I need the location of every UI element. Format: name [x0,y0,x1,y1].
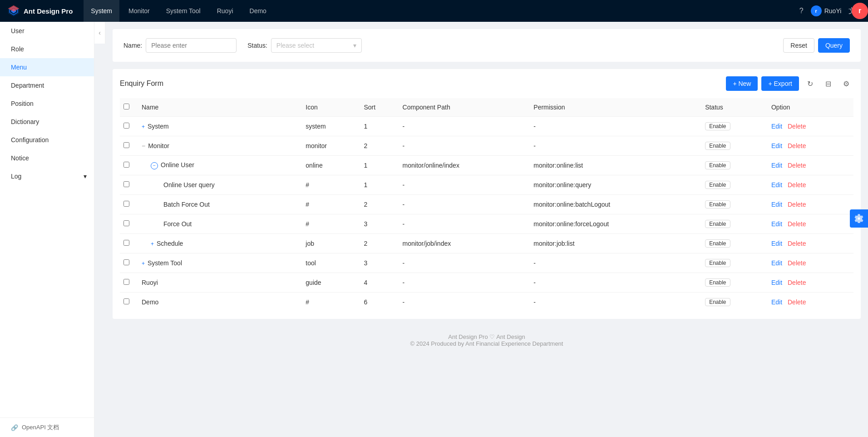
td-name: −Online User [138,156,302,175]
row-checkbox[interactable] [123,240,129,246]
status-select-value: Please select [276,42,314,49]
logo[interactable]: Ant Design Pro [7,5,73,17]
select-all-checkbox[interactable] [123,104,129,109]
td-status: Enable [701,214,768,234]
td-status: Enable [701,117,768,136]
td-name: Ruoyi [138,273,302,293]
edit-link[interactable]: Edit [771,123,782,130]
column-settings-icon[interactable]: ⊟ [821,76,835,91]
delete-link[interactable]: Delete [788,162,806,169]
delete-link[interactable]: Delete [788,142,806,149]
collapse-icon[interactable]: − [142,142,145,149]
expand-icon[interactable]: + [142,124,145,130]
td-icon: guide [302,273,360,293]
name-input[interactable] [146,38,237,53]
td-option: Edit Delete [768,156,853,175]
gear-icon[interactable]: ⚙ [839,76,853,91]
topnav-ruoyi[interactable]: Ruoyi [210,0,241,22]
delete-link[interactable]: Delete [788,298,806,306]
row-checkbox[interactable] [123,220,129,226]
topnav-demo[interactable]: Demo [242,0,274,22]
row-checkbox[interactable] [123,279,129,285]
td-sort: 4 [360,273,399,293]
edit-link[interactable]: Edit [771,240,782,247]
footer: Ant Design Pro ♡ Ant Design © 2024 Produ… [113,326,861,354]
row-checkbox[interactable] [123,142,129,148]
status-badge: Enable [705,259,730,267]
user-menu[interactable]: r RuoYi [811,5,842,16]
expand-icon[interactable]: + [151,241,154,247]
status-select[interactable]: Please select ▾ [271,38,362,53]
sidebar-user-label: User [11,27,25,35]
status-label: Status: [247,42,267,49]
delete-link[interactable]: Delete [788,123,806,130]
sidebar-item-configuration[interactable]: Configuration [0,131,94,149]
delete-link[interactable]: Delete [788,201,806,208]
query-button[interactable]: Query [818,38,850,53]
topnav-monitor[interactable]: Monitor [121,0,157,22]
td-permission: - [530,293,701,312]
menu-table: Name Icon Sort Component Path Permission… [120,98,853,312]
td-permission: - [530,253,701,273]
delete-link[interactable]: Delete [788,220,806,228]
td-status: Enable [701,293,768,312]
td-icon: # [302,175,360,195]
refresh-icon[interactable]: ↻ [803,76,817,91]
row-checkbox[interactable] [123,298,129,304]
td-icon: # [302,195,360,214]
td-permission: - [530,273,701,293]
sidebar-item-log[interactable]: Log ▾ [0,167,94,185]
td-sort: 3 [360,253,399,273]
settings-float-button[interactable] [850,209,868,228]
export-button[interactable]: + Export [761,76,799,91]
reset-button[interactable]: Reset [783,38,814,53]
td-icon: online [302,156,360,175]
edit-link[interactable]: Edit [771,142,782,149]
td-option: Edit Delete [768,234,853,253]
table-row: −Monitor monitor 2 - - Enable Edit Delet… [120,136,853,156]
status-badge: Enable [705,142,730,150]
openapi-label: OpenAPI 文档 [22,423,59,432]
sidebar-item-user[interactable]: User [0,22,94,40]
edit-link[interactable]: Edit [771,298,782,306]
topnav-system[interactable]: System [84,0,119,22]
search-actions: Reset Query [783,38,850,53]
edit-link[interactable]: Edit [771,162,782,169]
delete-link[interactable]: Delete [788,259,806,267]
row-checkbox[interactable] [123,123,129,129]
th-component-path: Component Path [399,98,530,117]
delete-link[interactable]: Delete [788,279,806,286]
sidebar-item-notice[interactable]: Notice [0,149,94,167]
circle-minus-icon[interactable]: − [151,162,158,169]
sidebar-item-position[interactable]: Position [0,94,94,113]
th-permission: Permission [530,98,701,117]
avatar-r[interactable]: r [852,3,868,19]
td-permission: monitor:online:forceLogout [530,214,701,234]
td-path: - [399,273,530,293]
sidebar-item-role[interactable]: Role [0,40,94,58]
question-icon[interactable]: ? [799,7,804,15]
th-sort: Sort [360,98,399,117]
expand-icon[interactable]: + [142,260,145,267]
row-checkbox[interactable] [123,259,129,265]
edit-link[interactable]: Edit [771,220,782,228]
row-checkbox[interactable] [123,181,129,187]
td-icon: monitor [302,136,360,156]
edit-link[interactable]: Edit [771,279,782,286]
td-status: Enable [701,234,768,253]
row-checkbox[interactable] [123,162,129,168]
delete-link[interactable]: Delete [788,181,806,189]
sidebar-collapse-button[interactable]: ‹ [94,22,105,44]
topnav-system-tool[interactable]: System Tool [159,0,208,22]
edit-link[interactable]: Edit [771,201,782,208]
edit-link[interactable]: Edit [771,259,782,267]
new-button[interactable]: + New [726,76,758,91]
row-checkbox[interactable] [123,201,129,207]
delete-link[interactable]: Delete [788,240,806,247]
sidebar-item-department[interactable]: Department [0,76,94,94]
table-row: Force Out # 3 - monitor:online:forceLogo… [120,214,853,234]
sidebar-item-menu[interactable]: Menu [0,58,94,76]
sidebar-item-dictionary[interactable]: Dictionary [0,113,94,131]
edit-link[interactable]: Edit [771,181,782,189]
sidebar-openapi[interactable]: 🔗 OpenAPI 文档 [0,417,94,437]
